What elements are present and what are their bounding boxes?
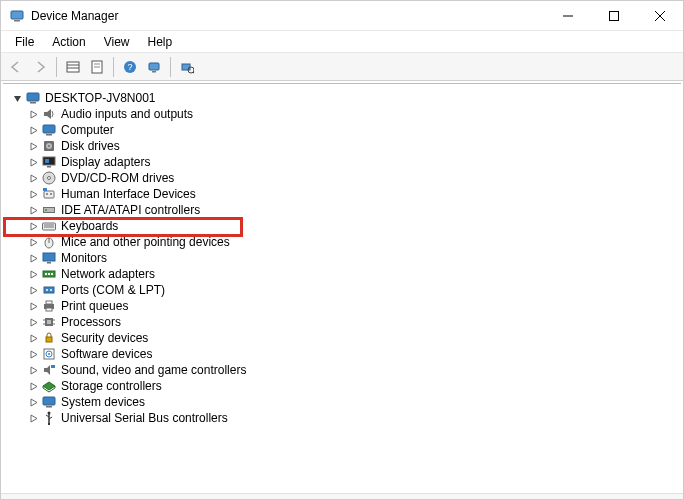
category-monitors[interactable]: Monitors (7, 250, 677, 266)
cpu-icon (41, 314, 57, 330)
caret-right-icon[interactable] (27, 316, 39, 328)
toolbar-scan-hardware-button[interactable] (176, 56, 198, 78)
caret-right-icon[interactable] (27, 156, 39, 168)
caret-right-icon[interactable] (27, 364, 39, 376)
maximize-button[interactable] (591, 1, 637, 31)
toolbar-help-button[interactable]: ? (119, 56, 141, 78)
category-computer[interactable]: Computer (7, 122, 677, 138)
audio-icon (41, 106, 57, 122)
menu-file[interactable]: File (7, 33, 42, 51)
svg-rect-1 (14, 20, 20, 22)
minimize-button[interactable] (545, 1, 591, 31)
category-keyboards[interactable]: Keyboards (7, 218, 677, 234)
caret-right-icon[interactable] (27, 268, 39, 280)
caret-right-icon[interactable] (27, 124, 39, 136)
category-ide-ata-atapi-controllers[interactable]: IDE ATA/ATAPI controllers (7, 202, 677, 218)
svg-point-51 (50, 289, 52, 291)
toolbar-show-hidden-button[interactable] (62, 56, 84, 78)
category-security-devices[interactable]: Security devices (7, 330, 677, 346)
app-icon (9, 8, 25, 24)
category-sound-video-and-game-controllers[interactable]: Sound, video and game controllers (7, 362, 677, 378)
svg-point-33 (50, 193, 52, 195)
category-ports-com-lpt[interactable]: Ports (COM & LPT) (7, 282, 677, 298)
svg-rect-28 (47, 166, 51, 168)
category-storage-controllers[interactable]: Storage controllers (7, 378, 677, 394)
toolbar-separator (170, 57, 171, 77)
svg-rect-3 (610, 11, 619, 20)
close-button[interactable] (637, 1, 683, 31)
category-software-devices[interactable]: Software devices (7, 346, 677, 362)
category-label: Human Interface Devices (61, 186, 196, 202)
titlebar: Device Manager (1, 1, 683, 31)
category-display-adapters[interactable]: Display adapters (7, 154, 677, 170)
toolbar-properties-button[interactable] (86, 56, 108, 78)
statusbar (1, 493, 683, 500)
caret-right-icon[interactable] (27, 252, 39, 264)
device-tree-panel[interactable]: DESKTOP-JV8N001 Audio inputs and outputs… (3, 83, 681, 493)
category-label: Processors (61, 314, 121, 330)
ports-icon (41, 282, 57, 298)
svg-rect-61 (46, 337, 52, 342)
svg-text:?: ? (127, 62, 132, 72)
caret-right-icon[interactable] (27, 284, 39, 296)
caret-right-icon[interactable] (27, 348, 39, 360)
show-hidden-icon (66, 60, 80, 74)
mouse-icon (41, 234, 57, 250)
category-label: System devices (61, 394, 145, 410)
category-dvd-cd-rom-drives[interactable]: DVD/CD-ROM drives (7, 170, 677, 186)
caret-right-icon[interactable] (27, 236, 39, 248)
security-icon (41, 330, 57, 346)
usb-icon (41, 410, 57, 426)
category-print-queues[interactable]: Print queues (7, 298, 677, 314)
caret-right-icon[interactable] (27, 140, 39, 152)
monitor-icon (41, 250, 57, 266)
toolbar-back-button (5, 56, 27, 78)
category-label: Ports (COM & LPT) (61, 282, 165, 298)
svg-rect-66 (43, 397, 55, 405)
svg-rect-44 (47, 262, 51, 264)
caret-right-icon[interactable] (27, 204, 39, 216)
caret-right-icon[interactable] (27, 412, 39, 424)
caret-down-icon[interactable] (11, 92, 23, 104)
category-label: Monitors (61, 250, 107, 266)
category-human-interface-devices[interactable]: Human Interface Devices (7, 186, 677, 202)
category-label: Software devices (61, 346, 152, 362)
system-icon (41, 394, 57, 410)
caret-right-icon[interactable] (27, 396, 39, 408)
svg-rect-53 (46, 301, 52, 304)
svg-point-25 (48, 145, 50, 147)
tree-root-node[interactable]: DESKTOP-JV8N001 (7, 90, 677, 106)
caret-right-icon[interactable] (27, 172, 39, 184)
svg-rect-0 (11, 11, 23, 19)
caret-right-icon[interactable] (27, 108, 39, 120)
category-audio-inputs-and-outputs[interactable]: Audio inputs and outputs (7, 106, 677, 122)
category-label: Mice and other pointing devices (61, 234, 230, 250)
category-network-adapters[interactable]: Network adapters (7, 266, 677, 282)
menu-view[interactable]: View (96, 33, 138, 51)
category-label: Network adapters (61, 266, 155, 282)
svg-rect-56 (47, 320, 51, 324)
disc-icon (41, 170, 57, 186)
menu-help[interactable]: Help (140, 33, 181, 51)
category-label: Keyboards (61, 218, 118, 234)
menu-action[interactable]: Action (44, 33, 93, 51)
category-universal-serial-bus-controllers[interactable]: Universal Serial Bus controllers (7, 410, 677, 426)
caret-right-icon[interactable] (27, 300, 39, 312)
category-system-devices[interactable]: System devices (7, 394, 677, 410)
category-disk-drives[interactable]: Disk drives (7, 138, 677, 154)
caret-right-icon[interactable] (27, 332, 39, 344)
toolbar-computer-icon-btn-button[interactable] (143, 56, 165, 78)
caret-right-icon[interactable] (27, 188, 39, 200)
caret-right-icon[interactable] (27, 380, 39, 392)
caret-right-icon[interactable] (27, 220, 39, 232)
category-label: Security devices (61, 330, 148, 346)
toolbar-separator (113, 57, 114, 77)
network-icon (41, 266, 57, 282)
svg-point-64 (48, 353, 50, 355)
category-mice-and-other-pointing-devices[interactable]: Mice and other pointing devices (7, 234, 677, 250)
computer-icon (25, 90, 41, 106)
category-processors[interactable]: Processors (7, 314, 677, 330)
toolbar-forward-button (29, 56, 51, 78)
category-label: Computer (61, 122, 114, 138)
menubar: FileActionViewHelp (1, 31, 683, 53)
